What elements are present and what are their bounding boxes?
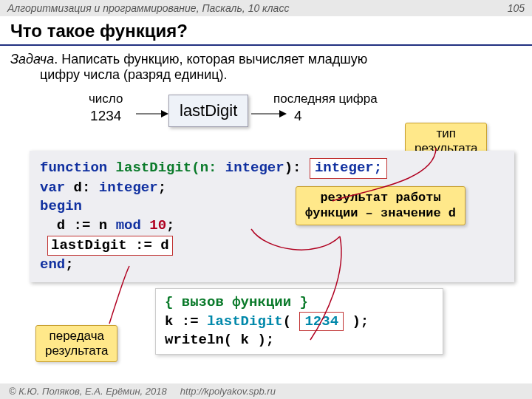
arrow-in-icon bbox=[136, 108, 168, 120]
svg-marker-1 bbox=[161, 110, 168, 117]
diagram-input: число 1234 bbox=[89, 92, 123, 124]
task-line2: цифру числа (разряд единиц). bbox=[10, 67, 522, 83]
call-comment: { вызов функции } bbox=[165, 293, 434, 312]
arg-box: 1234 bbox=[299, 312, 344, 332]
code-line-1: function lastDigit(n: integer): integer; bbox=[40, 158, 504, 179]
code-block: function lastDigit(n: integer): integer;… bbox=[30, 151, 514, 282]
page-number: 105 bbox=[508, 2, 525, 14]
callout-pass-result: передача результата bbox=[35, 325, 117, 362]
diagram: число 1234 lastDigit последняя цифра 4 т… bbox=[0, 89, 532, 148]
page-title: Что такое функция? bbox=[0, 16, 532, 46]
output-label: последняя цифра bbox=[273, 92, 378, 106]
footer-copyright: © К.Ю. Поляков, Е.А. Ерёмин, 2018 bbox=[9, 386, 167, 397]
call-block: { вызов функции } k := lastDigit( 1234 )… bbox=[155, 288, 443, 355]
input-value: 1234 bbox=[89, 108, 123, 124]
callout-result-work: результат работы функции – значение d bbox=[296, 186, 466, 225]
task-line1: . Написать функцию, которая вычисляет мл… bbox=[54, 52, 367, 66]
footer-url: http://kpolyakov.spb.ru bbox=[180, 386, 276, 397]
input-label: число bbox=[89, 92, 123, 106]
header-left: Алгоритмизация и программирование, Паска… bbox=[7, 2, 289, 14]
footer-bar: © К.Ю. Поляков, Е.А. Ерёмин, 2018 http:/… bbox=[0, 383, 532, 399]
code-line-6: end; bbox=[40, 256, 504, 275]
function-box: lastDigit bbox=[168, 95, 248, 127]
call-line-3: writeln( k ); bbox=[165, 331, 434, 349]
code-line-5: lastDigit := d bbox=[40, 236, 504, 256]
diagram-output: последняя цифра 4 bbox=[273, 92, 378, 124]
task-block: Задача. Написать функцию, которая вычисл… bbox=[0, 46, 532, 83]
call-line-2: k := lastDigit( 1234 ); bbox=[165, 312, 434, 332]
task-label: Задача bbox=[10, 52, 54, 66]
output-value: 4 bbox=[294, 108, 378, 124]
result-type-box: integer; bbox=[310, 158, 387, 179]
assign-result-box: lastDigit := d bbox=[47, 236, 173, 256]
header-bar: Алгоритмизация и программирование, Паска… bbox=[0, 0, 532, 16]
